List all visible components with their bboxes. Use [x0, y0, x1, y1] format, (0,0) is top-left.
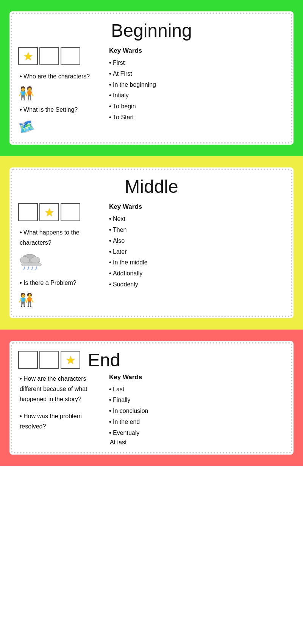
beginning-kw-3: In the beginning	[109, 80, 285, 91]
beginning-people-icon: 🧑‍🤝‍🧑	[18, 84, 102, 103]
middle-q2: Is there a Problem?	[18, 278, 102, 288]
end-box-2	[39, 351, 59, 369]
globe-icon: 🗺️	[16, 116, 36, 138]
middle-content: ★ What happens to the characters?	[18, 203, 285, 309]
middle-questions-2: Is there a Problem?	[18, 278, 102, 288]
end-left: How are the characters different because…	[18, 374, 102, 446]
beginning-content: ★ Who are the characters? 🧑‍🤝‍🧑 What is …	[18, 47, 285, 136]
beginning-star: ★	[23, 50, 33, 63]
end-kw-4: In the end	[109, 417, 285, 428]
beginning-kw-2: At First	[109, 69, 285, 80]
beginning-q1: Who are the characters?	[18, 71, 102, 81]
middle-kw-1: Next	[109, 214, 285, 225]
end-box-1	[18, 351, 38, 369]
beginning-kw-1: First	[109, 58, 285, 69]
beginning-right: Key Wards First At First In the beginnin…	[109, 47, 285, 136]
middle-card: Middle ★ What happens to the characters?	[9, 167, 294, 318]
end-box-3: ★	[61, 351, 80, 369]
middle-kw-3: Also	[109, 236, 285, 247]
end-right: Key Wards Last Finally In conclusion In …	[109, 374, 285, 446]
middle-star-boxes: ★	[18, 203, 102, 221]
middle-box-2: ★	[39, 203, 59, 221]
end-at-last: At last	[110, 439, 285, 446]
svg-line-5	[28, 267, 29, 270]
middle-right: Key Wards Next Then Also Later In the mi…	[109, 203, 285, 309]
end-star-boxes: ★	[18, 351, 80, 369]
beginning-box-1: ★	[18, 47, 38, 65]
rain-cloud-icon	[18, 250, 45, 271]
beginning-star-boxes: ★	[18, 47, 102, 65]
middle-rain-icon	[18, 250, 102, 276]
middle-star: ★	[44, 206, 55, 219]
end-questions: How are the characters different because…	[18, 374, 102, 405]
beginning-left: ★ Who are the characters? 🧑‍🤝‍🧑 What is …	[18, 47, 102, 136]
end-q2: How was the problem resolved?	[18, 411, 102, 431]
end-card: ★ End How are the characters different b…	[9, 341, 294, 455]
middle-q1: What happens to the characters?	[18, 227, 102, 248]
beginning-globe-icon: 🗺️	[18, 117, 102, 136]
middle-people: 🧑‍🤝‍🧑	[18, 292, 34, 307]
beginning-section: Beginning ★ Who are the characters? 🧑‍🤝‍…	[0, 0, 303, 156]
beginning-box-3	[61, 47, 80, 65]
end-kw-5: Eventualy	[109, 428, 285, 439]
middle-key-wards-title: Key Wards	[109, 203, 285, 211]
end-header: ★ End	[18, 350, 285, 370]
middle-box-3	[61, 203, 80, 221]
beginning-kw-5: To begin	[109, 101, 285, 112]
svg-rect-3	[22, 263, 42, 266]
end-kw-3: In conclusion	[109, 406, 285, 417]
beginning-key-wards-list: First At First In the beginning Intialy …	[109, 58, 285, 123]
end-kw-1: Last	[109, 384, 285, 395]
beginning-kw-4: Intialy	[109, 90, 285, 101]
beginning-box-2	[39, 47, 59, 65]
end-section: ★ End How are the characters different b…	[0, 330, 303, 466]
end-q1: How are the characters different because…	[18, 374, 102, 405]
svg-line-6	[32, 267, 33, 270]
svg-line-4	[24, 267, 25, 270]
beginning-questions: Who are the characters?	[18, 71, 102, 81]
middle-title: Middle	[18, 176, 285, 197]
middle-kw-2: Then	[109, 225, 285, 236]
end-kw-2: Finally	[109, 395, 285, 406]
beginning-card: Beginning ★ Who are the characters? 🧑‍🤝‍…	[9, 11, 294, 145]
people-icon: 🧑‍🤝‍🧑	[18, 86, 34, 100]
middle-left: ★ What happens to the characters?	[18, 203, 102, 309]
middle-key-wards-list: Next Then Also Later In the middle Addti…	[109, 214, 285, 290]
middle-kw-4: Later	[109, 247, 285, 258]
svg-point-2	[31, 257, 40, 264]
end-key-wards-title: Key Wards	[109, 374, 285, 381]
svg-line-7	[36, 267, 37, 270]
end-content: How are the characters different because…	[18, 374, 285, 446]
end-title: End	[88, 350, 120, 370]
beginning-kw-6: To Start	[109, 112, 285, 123]
beginning-questions-2: What is the Setting?	[18, 105, 102, 115]
middle-section: Middle ★ What happens to the characters?	[0, 156, 303, 329]
middle-kw-5: In the middle	[109, 257, 285, 268]
middle-kw-7: Suddenly	[109, 279, 285, 290]
end-star: ★	[66, 353, 76, 367]
middle-box-1	[18, 203, 38, 221]
beginning-q2: What is the Setting?	[18, 105, 102, 115]
end-questions-2: How was the problem resolved?	[18, 411, 102, 431]
middle-people-icon: 🧑‍🤝‍🧑	[18, 290, 102, 309]
middle-questions-1: What happens to the characters?	[18, 227, 102, 248]
beginning-key-wards-title: Key Wards	[109, 47, 285, 55]
middle-kw-6: Addtionally	[109, 268, 285, 279]
end-key-wards-list: Last Finally In conclusion In the end Ev…	[109, 384, 285, 439]
beginning-title: Beginning	[18, 20, 285, 41]
